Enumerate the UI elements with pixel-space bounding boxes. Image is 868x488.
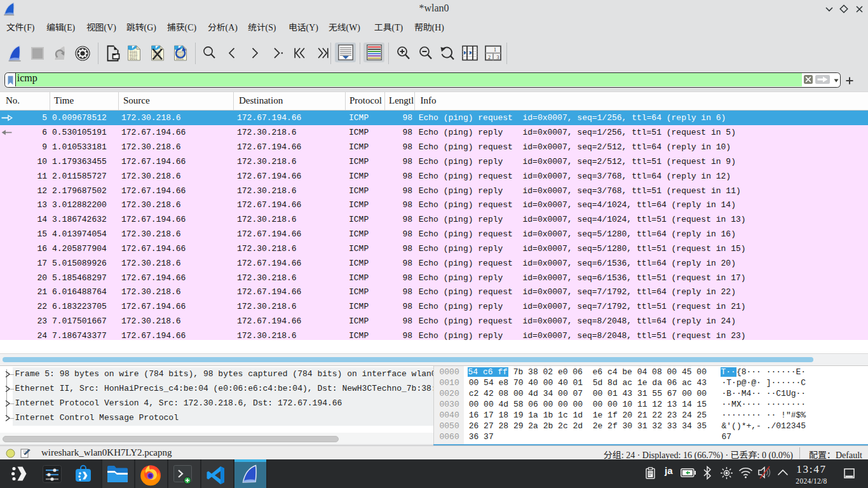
svg-text:1: 1: [494, 47, 496, 53]
svg-text:2: 2: [488, 55, 491, 60]
svg-text:3: 3: [497, 55, 499, 60]
svg-text:0011: 0011: [130, 57, 137, 61]
